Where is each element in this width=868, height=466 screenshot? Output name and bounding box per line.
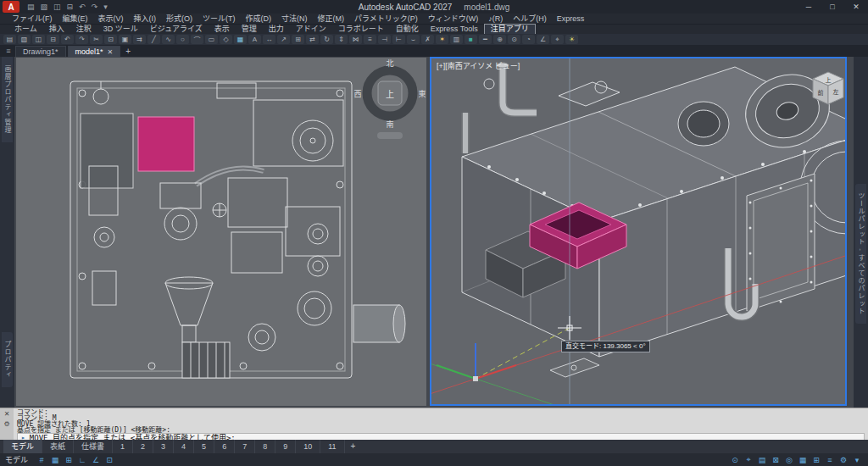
menu-item[interactable]: パラメトリック(P) bbox=[349, 14, 423, 24]
layout-tab[interactable]: 11 bbox=[320, 440, 344, 453]
clean-screen-icon-icon[interactable]: ⊞ bbox=[810, 454, 822, 465]
viewcube[interactable]: 上 前 左 bbox=[813, 72, 843, 104]
navbar-pill[interactable] bbox=[377, 132, 403, 139]
offset-icon[interactable]: ≡ bbox=[364, 35, 376, 44]
viewcube-front-label[interactable]: 前 bbox=[818, 89, 824, 97]
foot-bracket[interactable] bbox=[550, 358, 599, 377]
ribbon-tab[interactable]: 自動化 bbox=[390, 25, 425, 34]
compass-west-label[interactable]: 西 bbox=[353, 90, 361, 98]
machine-plan-wireframe[interactable] bbox=[70, 81, 405, 378]
move-icon[interactable]: ⇄ bbox=[306, 35, 319, 44]
selection-cycling-icon-icon[interactable]: ⊙ bbox=[729, 454, 741, 465]
new-file-icon[interactable]: ▤ bbox=[3, 35, 16, 44]
viewcube-top-label[interactable]: 上 bbox=[826, 76, 832, 83]
menu-item[interactable]: 作成(D) bbox=[241, 14, 277, 24]
fillet-icon[interactable]: ⌣ bbox=[407, 35, 420, 44]
undo-icon-icon[interactable]: ↶ bbox=[79, 1, 86, 13]
compass-up-label[interactable]: 上 bbox=[386, 90, 394, 99]
menu-item[interactable]: ヘルプ(H) bbox=[508, 14, 552, 24]
ucs-icon[interactable] bbox=[437, 343, 516, 381]
mirror-icon[interactable]: ⋈ bbox=[349, 35, 362, 44]
palette-tab[interactable]: 画層プロパティ管理 bbox=[2, 57, 13, 142]
ribbon-tab[interactable]: Express Tools bbox=[425, 25, 484, 34]
menu-item[interactable]: ツール(T) bbox=[198, 14, 241, 24]
layout-tab[interactable]: 5 bbox=[194, 440, 214, 453]
menu-item[interactable]: 表示(V) bbox=[93, 14, 129, 24]
close-tab-icon[interactable]: ✕ bbox=[108, 48, 114, 56]
ortho-icon-icon[interactable]: ∟ bbox=[76, 454, 88, 465]
paste-icon[interactable]: ▣ bbox=[119, 35, 131, 44]
match-properties-icon[interactable]: ⇉ bbox=[133, 35, 146, 44]
palette-tab[interactable]: プロパティ bbox=[2, 332, 13, 387]
menu-item[interactable]: 形式(O) bbox=[161, 14, 198, 24]
layout-tab[interactable]: 6 bbox=[214, 440, 235, 453]
menu-item[interactable]: 挿入(I) bbox=[129, 14, 162, 24]
layout-tab[interactable]: 7 bbox=[235, 440, 255, 453]
close-command-icon-icon[interactable]: ✕ bbox=[4, 410, 10, 418]
polyline-icon[interactable]: ∿ bbox=[162, 35, 175, 44]
compass-south-label[interactable]: 南 bbox=[386, 119, 393, 129]
copy-icon[interactable]: ⊡ bbox=[104, 35, 117, 44]
open-file-icon-icon[interactable]: ▧ bbox=[41, 1, 48, 13]
menu-item[interactable]: 編集(E) bbox=[58, 14, 93, 24]
ribbon-tab[interactable]: 管理 bbox=[236, 25, 263, 34]
isolate-objects-icon-icon[interactable]: ◎ bbox=[783, 454, 795, 465]
layout-tab[interactable]: 8 bbox=[255, 440, 275, 453]
redo-icon-icon[interactable]: ↷ bbox=[92, 1, 98, 13]
layout-tab[interactable]: 表紙 bbox=[42, 440, 74, 453]
viewport-3d-iso[interactable]: [+][南西アイソメ ビュー] bbox=[430, 57, 847, 406]
layout-tab[interactable]: 10 bbox=[296, 440, 320, 453]
circle-icon[interactable]: ○ bbox=[176, 35, 189, 44]
menu-item[interactable]: 修正(M) bbox=[313, 14, 350, 24]
layers-icon[interactable]: ▥ bbox=[450, 35, 463, 44]
wrench-icon-icon[interactable]: ⚙ bbox=[3, 420, 9, 428]
plot-icon[interactable]: ⊟ bbox=[47, 35, 59, 44]
polar-icon-icon[interactable]: ∠ bbox=[90, 454, 102, 465]
dropdown-icon-icon[interactable]: ▾ bbox=[103, 1, 108, 13]
viewport-2d-plan[interactable]: 上 北 西 東 南 bbox=[16, 58, 426, 406]
erase-icon[interactable]: ✗ bbox=[421, 35, 434, 44]
layout-tab[interactable]: 3 bbox=[153, 440, 174, 453]
ucs-icon[interactable]: ⌖ bbox=[551, 35, 564, 44]
chevron-icon-icon[interactable]: ▾ bbox=[851, 454, 863, 465]
undo-icon[interactable]: ↶ bbox=[61, 35, 74, 44]
viewport-controls-label[interactable]: [+][南西アイソメ ビュー] bbox=[437, 60, 520, 71]
scale-icon[interactable]: ⇕ bbox=[335, 35, 348, 44]
explode-icon[interactable]: ✶ bbox=[436, 35, 448, 44]
dimension-icon[interactable]: ↔ bbox=[263, 35, 275, 44]
graphics-performance-icon-icon[interactable]: ▦ bbox=[797, 454, 809, 465]
menu-item[interactable]: ウィンドウ(W) bbox=[423, 14, 484, 24]
close-button-icon[interactable]: ✕ bbox=[844, 0, 868, 14]
layout-tab[interactable]: 4 bbox=[174, 440, 194, 453]
ribbon-tab[interactable]: 挿入 bbox=[43, 25, 70, 34]
menu-item[interactable]: ファイル(F) bbox=[7, 14, 58, 24]
redo-icon[interactable]: ↷ bbox=[75, 35, 88, 44]
plot-icon-icon[interactable]: ⊟ bbox=[67, 1, 74, 13]
orbit-icon[interactable]: ◔ bbox=[522, 35, 535, 44]
ribbon-tab[interactable]: アドイン bbox=[290, 25, 332, 34]
compass-east-label[interactable]: 東 bbox=[418, 89, 426, 98]
menu-item[interactable]: ♪(R) bbox=[483, 14, 508, 24]
rectangle-icon[interactable]: ▭ bbox=[205, 35, 218, 44]
save-icon[interactable]: ◫ bbox=[32, 35, 45, 44]
osnap-icon-icon[interactable]: ⊡ bbox=[103, 454, 115, 465]
ribbon-tab[interactable]: 出力 bbox=[263, 25, 290, 34]
table-icon[interactable]: ⊞ bbox=[292, 35, 304, 44]
infer-icon-icon[interactable]: ⊞ bbox=[63, 454, 75, 465]
model-space-button[interactable]: モデル bbox=[5, 454, 28, 465]
grid-icon-icon[interactable]: # bbox=[36, 454, 47, 465]
trim-icon[interactable]: ⊣ bbox=[378, 35, 391, 44]
file-tabs-menu-icon[interactable]: ≡ bbox=[2, 46, 15, 57]
ribbon-tab[interactable]: 表示 bbox=[209, 25, 236, 34]
quick-properties-icon-icon[interactable]: ▤ bbox=[756, 454, 768, 465]
lights-icon[interactable]: ☀ bbox=[565, 35, 578, 44]
leader-icon[interactable]: ↗ bbox=[277, 35, 290, 44]
rotate-icon[interactable]: ↻ bbox=[320, 35, 333, 44]
arc-icon[interactable]: ⌒ bbox=[191, 35, 203, 44]
compass-north-label[interactable]: 北 bbox=[386, 59, 393, 68]
save-icon-icon[interactable]: ◫ bbox=[53, 1, 61, 13]
line-icon[interactable]: ╱ bbox=[147, 35, 160, 44]
viewcube-left-label[interactable]: 左 bbox=[833, 88, 839, 95]
new-layout-button[interactable]: + bbox=[345, 440, 362, 453]
viewcube-compass[interactable]: 上 北 西 東 南 bbox=[353, 59, 426, 139]
